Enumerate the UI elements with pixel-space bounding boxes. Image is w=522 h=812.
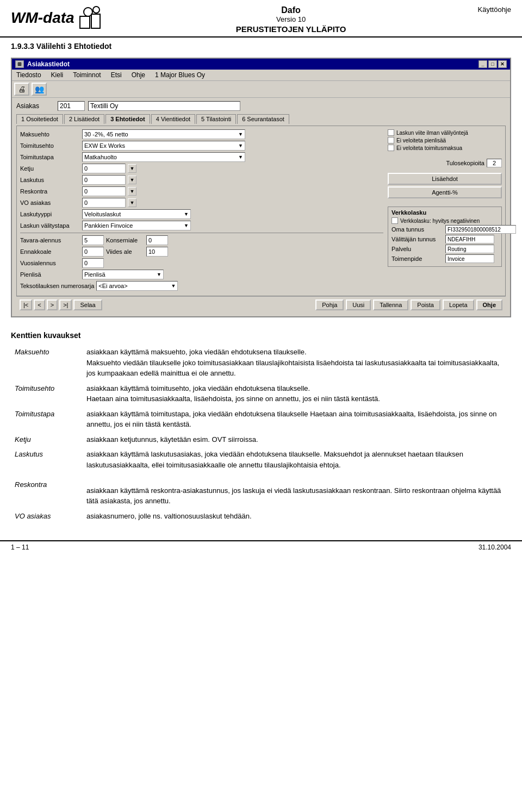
poista-button[interactable]: Poista — [411, 299, 440, 310]
lopeta-button[interactable]: Lopeta — [443, 299, 474, 310]
logo-icon — [77, 5, 104, 30]
tulosekopioita-input[interactable] — [487, 159, 502, 167]
nav-first-button[interactable]: |< — [20, 299, 32, 310]
ketju-down-btn[interactable]: ▼ — [128, 164, 136, 173]
nav-next-button[interactable]: > — [47, 299, 58, 310]
customer-row: Asiakas — [16, 101, 506, 111]
dialog-body: Asiakas 1 Osoitetiedot 2 Lisätiedot 3 Eh… — [12, 98, 510, 316]
vuosialennus-row: Vuosialennus — [20, 258, 383, 268]
palvelu-input[interactable] — [445, 245, 494, 253]
tallenna-button[interactable]: Tallenna — [373, 299, 408, 310]
toimitustapa-select[interactable]: Matkahuolto ▼ — [82, 152, 245, 162]
toimenpide-input[interactable] — [445, 254, 494, 263]
customer-id-input[interactable] — [58, 101, 85, 111]
reskontra-input[interactable] — [82, 186, 126, 196]
laskutus-down-btn[interactable]: ▼ — [128, 176, 136, 184]
checkbox-ei-veloiteta-pienlisaa-box[interactable] — [388, 137, 394, 143]
maksuehto-select[interactable]: 30 -2%, 45 netto ▼ — [82, 129, 245, 139]
kenttien-kuvaukset-table: Maksuehto asiakkaan käyttämä maksuehto, … — [11, 344, 511, 524]
tab-vientitiedot[interactable]: 4 Vientitiedot — [151, 114, 195, 124]
vo-asiakas-down-btn[interactable]: ▼ — [128, 198, 136, 207]
tab-ehtotiedot[interactable]: 3 Ehtotiedot — [105, 114, 150, 124]
vo-asiakas-row: VO asiakas ▼ — [20, 198, 383, 208]
menu-kieli[interactable]: Kieli — [49, 71, 66, 79]
vo-asiakas-input[interactable] — [82, 198, 126, 208]
toolbar-btn-2[interactable]: 👥 — [32, 83, 47, 96]
laskun-valitystapa-select[interactable]: Pankkien Finvoice ▼ — [82, 221, 191, 230]
footer-date: 31.10.2004 — [478, 544, 511, 551]
teksotilauksen-row: Teksotilauksen numerosarja <Ei arvoa> ▼ — [20, 281, 383, 291]
minimize-button[interactable]: _ — [478, 60, 487, 68]
page-section-title: PERUSTIETOJEN YLLÄPITO — [236, 24, 346, 34]
ketju-row: Ketju ▼ — [20, 164, 383, 173]
menu-tiedosto[interactable]: Tiedosto — [14, 71, 44, 79]
divider-1 — [20, 233, 383, 233]
laskun-valitystapa-label: Laskun välitystapa — [20, 222, 80, 229]
nav-last-button[interactable]: >| — [59, 299, 72, 310]
verkkolasku-title: Verkkolasku — [391, 209, 498, 216]
valittajan-tunnus-input[interactable] — [445, 235, 494, 243]
ohje-button[interactable]: Ohje — [476, 299, 502, 310]
menu-toiminnot[interactable]: Toiminnot — [71, 71, 103, 79]
toimitusehto-select[interactable]: EXW Ex Works ▼ — [82, 141, 245, 151]
ennakkoale-input2[interactable] — [146, 247, 168, 257]
close-button[interactable]: ✕ — [498, 60, 507, 68]
checkbox-laskun-viite-box[interactable] — [388, 129, 394, 136]
nav-prev-button[interactable]: < — [34, 299, 45, 310]
laskutyyppi-arrow: ▼ — [184, 211, 189, 217]
tab-seurantatasot[interactable]: 6 Seurantatasot — [237, 114, 289, 124]
teksotilauksen-select[interactable]: <Ei arvoa> ▼ — [96, 281, 178, 291]
menu-company[interactable]: 1 Major Blues Oy — [153, 71, 207, 79]
laskun-valitystapa-row: Laskun välitystapa Pankkien Finvoice ▼ — [20, 221, 383, 230]
maximize-button[interactable]: □ — [488, 60, 497, 68]
maksuehto-label: Maksuehto — [20, 131, 80, 138]
pienlisa-select[interactable]: Pienlisä ▼ — [82, 270, 164, 279]
toimitustapa-row: Toimitustapa Matkahuolto ▼ — [20, 152, 383, 162]
page-number: 1 – 11 — [11, 544, 29, 551]
desc-ketju: asiakkaan ketjutunnus, käytetään esim. O… — [84, 433, 510, 447]
table-row: Maksuehto asiakkaan käyttämä maksuehto, … — [12, 345, 510, 380]
oma-tunnus-input[interactable] — [445, 225, 516, 234]
version: Versio 10 — [236, 15, 346, 23]
menu-etsi[interactable]: Etsi — [109, 71, 124, 79]
customer-name-input[interactable] — [88, 101, 240, 111]
laskutyyppi-select[interactable]: Veloituslaskut ▼ — [82, 209, 191, 219]
laskutus-label: Laskutus — [20, 177, 80, 183]
dialog-title: Asiakastiedot — [27, 60, 70, 68]
pohja-button[interactable]: Pohja — [315, 299, 344, 310]
lisaehdot-button[interactable]: Lisäehdot — [388, 173, 502, 185]
tavara-alennus-input1[interactable] — [82, 235, 104, 245]
tab-lisatiedot[interactable]: 2 Lisätiedot — [64, 114, 104, 124]
checkbox-laskun-viite: Laskun viite ilman välilyöntejä — [388, 129, 502, 136]
tab-tilastointi[interactable]: 5 Tilastointi — [196, 114, 236, 124]
laskutus-input[interactable] — [82, 175, 126, 185]
uusi-button[interactable]: Uusi — [346, 299, 371, 310]
reskontra-down-btn[interactable]: ▼ — [128, 187, 136, 196]
toimenpide-row: Toimenpide — [391, 254, 498, 263]
svg-rect-3 — [91, 14, 100, 28]
desc-toimitustapa: asiakkaan käyttämä toimitustapa, joka vi… — [84, 407, 510, 432]
titlebar-left: ⊞ Asiakastiedot — [15, 60, 70, 68]
palvelu-row: Palvelu — [391, 245, 498, 253]
tab-osoitetiedot[interactable]: 1 Osoitetiedot — [16, 114, 63, 124]
toolbar-btn-1[interactable]: 🖨 — [14, 83, 29, 96]
konserniale-label: Konserniale — [106, 237, 144, 243]
logo-text: WM-data — [11, 9, 74, 27]
agentti-button[interactable]: Agentti-% — [388, 186, 502, 198]
maksuehto-arrow: ▼ — [238, 132, 243, 137]
laskutus-row: Laskutus ▼ — [20, 175, 383, 185]
toimitusehto-row: Toimitusehto EXW Ex Works ▼ — [20, 141, 383, 151]
dialog-container: ⊞ Asiakastiedot _ □ ✕ Tiedosto Kieli Toi… — [11, 58, 511, 317]
checkbox-ei-veloiteta-toimitusmaksua-box[interactable] — [388, 145, 394, 151]
dialog-nav: |< < > >| Selaa Pohja Uusi Tallenna Pois… — [16, 296, 506, 313]
tavara-alennus-input2[interactable] — [146, 235, 168, 245]
selaa-button[interactable]: Selaa — [73, 299, 102, 310]
ennakkoale-input1[interactable] — [82, 247, 104, 257]
menu-ohje[interactable]: Ohje — [129, 71, 147, 79]
table-row: Ketju asiakkaan ketjutunnus, käytetään e… — [12, 433, 510, 447]
vuosialennus-input[interactable] — [82, 258, 104, 268]
ketju-input[interactable] — [82, 164, 126, 173]
teksotilauksen-value: <Ei arvoa> — [98, 283, 127, 289]
verkkolasku-checkbox[interactable] — [391, 217, 398, 224]
checkbox-laskun-viite-label: Laskun viite ilman välilyöntejä — [396, 130, 468, 136]
